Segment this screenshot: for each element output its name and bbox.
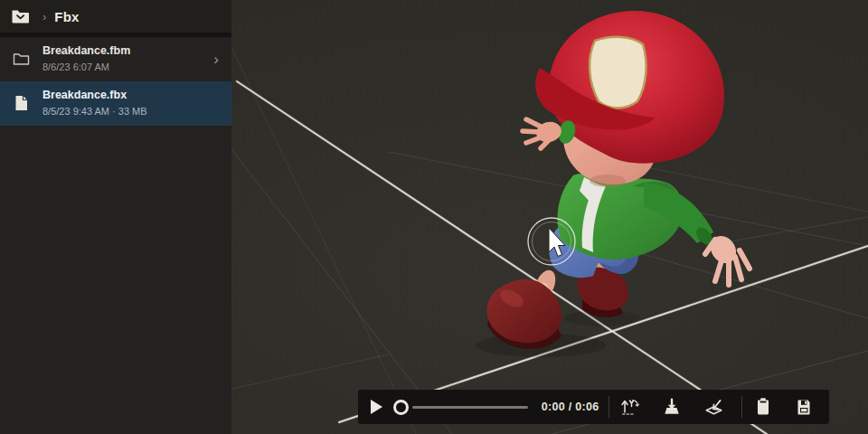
y-up-axis-icon (619, 397, 641, 417)
time-display: 0:00 / 0:06 (539, 401, 602, 413)
import-tray-icon (662, 397, 682, 417)
save-icon (795, 397, 813, 417)
playback-toolbar: 0:00 / 0:06 (358, 390, 829, 424)
folder-icon (11, 52, 31, 66)
place-on-ground-icon (703, 397, 724, 417)
file-list: Breakdance.fbm 8/6/23 6:07 AM › Breakdan… (0, 37, 231, 126)
file-row-breakdance-fbx[interactable]: Breakdance.fbx 8/5/23 9:43 AM · 33 MB (0, 81, 231, 126)
file-meta: 8/6/23 6:07 AM (42, 61, 210, 74)
chevron-right-icon[interactable]: › (210, 52, 222, 67)
breadcrumb[interactable]: › Fbx (0, 0, 231, 37)
character-model (476, 11, 750, 357)
file-row-breakdance-fbm[interactable]: Breakdance.fbm 8/6/23 6:07 AM › (0, 37, 231, 81)
file-name: Breakdance.fbx (42, 88, 222, 103)
play-button[interactable] (362, 392, 391, 422)
app-window: › Fbx Breakdance.fbm 8/6/23 6:07 AM › (0, 0, 868, 434)
clipboard-icon (754, 397, 772, 417)
timeline-track[interactable] (412, 406, 528, 409)
y-up-axis-button[interactable] (609, 392, 651, 422)
file-name: Breakdance.fbm (42, 43, 210, 59)
file-meta: 8/5/23 9:43 AM · 33 MB (42, 105, 222, 118)
sidebar: › Fbx Breakdance.fbm 8/6/23 6:07 AM › (0, 0, 231, 434)
save-button[interactable] (783, 392, 824, 422)
import-model-button[interactable] (651, 392, 693, 422)
play-icon (369, 399, 383, 415)
file-icon (11, 95, 31, 111)
clipboard-button[interactable] (742, 392, 783, 422)
breadcrumb-separator: › (42, 10, 46, 24)
place-on-ground-button[interactable] (693, 392, 734, 422)
folder-open-dropdown-icon (11, 9, 31, 24)
playhead-ring[interactable] (393, 400, 409, 415)
breadcrumb-label: Fbx (54, 9, 79, 24)
